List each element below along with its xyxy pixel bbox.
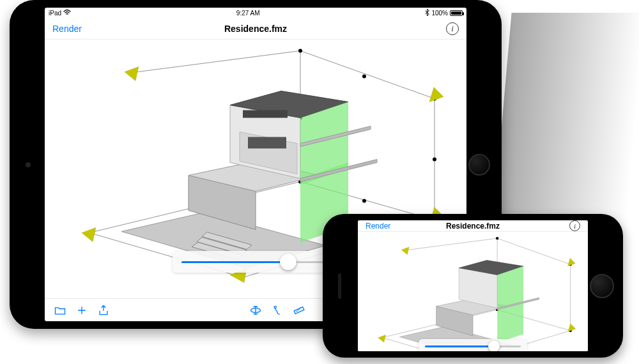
document-title: Residence.fmz [446, 222, 500, 231]
slider-thumb[interactable] [488, 340, 500, 351]
document-title: Residence.fmz [224, 24, 287, 34]
orbit-button[interactable] [249, 304, 262, 317]
slider-track [425, 345, 521, 347]
navigation-bar: Render Residence.fmz i [45, 18, 466, 40]
info-button[interactable]: i [446, 22, 459, 35]
bluetooth-icon [425, 9, 429, 17]
status-time: 9:27 AM [236, 10, 260, 17]
svg-point-40 [496, 237, 498, 239]
battery-icon [450, 10, 463, 16]
walk-button[interactable] [271, 304, 284, 317]
section-slider[interactable] [173, 251, 339, 273]
svg-line-3 [300, 51, 435, 99]
files-button[interactable] [54, 304, 66, 317]
svg-point-7 [362, 199, 366, 203]
svg-marker-12 [125, 67, 139, 81]
measure-button[interactable] [293, 304, 305, 317]
iphone-device-frame: Render Residence.fmz i [323, 214, 623, 358]
svg-marker-44 [401, 247, 409, 255]
info-button[interactable]: i [569, 220, 580, 231]
iphone-home-button[interactable] [590, 274, 614, 298]
svg-marker-15 [429, 87, 443, 102]
ipad-camera [26, 162, 31, 167]
slider-fill [181, 261, 288, 263]
model-viewport[interactable] [358, 232, 588, 351]
status-battery-percent: 100% [431, 10, 448, 17]
svg-line-38 [403, 238, 497, 250]
svg-line-2 [128, 51, 300, 73]
add-button[interactable] [75, 304, 88, 317]
svg-point-33 [274, 306, 276, 308]
svg-marker-13 [82, 228, 96, 242]
svg-point-4 [298, 49, 302, 53]
svg-point-10 [433, 158, 436, 162]
ipad-home-button[interactable] [468, 154, 490, 176]
svg-rect-34 [294, 307, 304, 314]
wifi-icon [63, 9, 71, 17]
svg-marker-46 [568, 324, 576, 332]
render-button[interactable]: Render [366, 222, 390, 231]
svg-marker-45 [378, 335, 386, 342]
svg-point-8 [362, 75, 366, 79]
section-slider[interactable] [419, 339, 527, 351]
svg-marker-53 [497, 266, 523, 343]
iphone-speaker [338, 273, 341, 299]
render-button[interactable]: Render [52, 24, 82, 34]
svg-line-39 [497, 238, 571, 264]
status-bar: iPad 9:27 AM 100% [45, 8, 466, 18]
model-drawing [358, 232, 588, 351]
svg-rect-26 [243, 110, 288, 118]
iphone-screen: Render Residence.fmz i [358, 220, 588, 351]
status-carrier: iPad [49, 10, 61, 17]
slider-track [181, 261, 330, 263]
share-button[interactable] [97, 304, 110, 317]
svg-rect-27 [248, 137, 286, 149]
slider-thumb[interactable] [280, 254, 296, 270]
navigation-bar: Render Residence.fmz i [358, 220, 588, 232]
slider-fill [425, 345, 494, 347]
